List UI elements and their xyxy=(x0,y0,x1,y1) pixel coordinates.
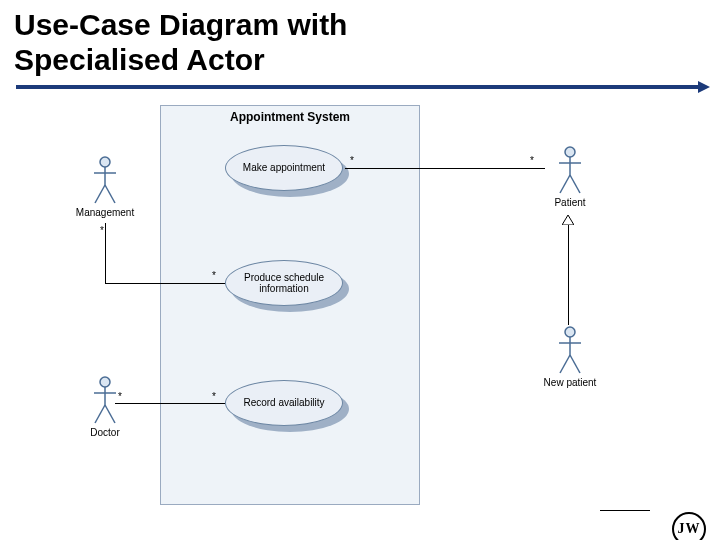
svg-line-4 xyxy=(105,185,115,203)
assoc-line xyxy=(345,168,545,169)
usecase-make-appointment: Make appointment xyxy=(225,145,355,203)
usecase-produce-schedule: Produce schedule information xyxy=(225,260,355,318)
multiplicity-star: * xyxy=(350,155,354,166)
slide-title: Use-Case Diagram with Specialised Actor xyxy=(0,0,720,79)
title-underline xyxy=(16,83,704,95)
generalisation-arrow-icon xyxy=(562,215,574,225)
actor-patient: Patient xyxy=(540,145,600,208)
svg-line-3 xyxy=(95,185,105,203)
usecase-label: Make appointment xyxy=(243,162,325,174)
usecase-label: Record availability xyxy=(243,397,324,409)
actor-doctor: Doctor xyxy=(75,375,135,438)
svg-point-5 xyxy=(100,377,110,387)
multiplicity-star: * xyxy=(212,270,216,281)
stick-figure-icon xyxy=(556,325,584,375)
svg-line-9 xyxy=(105,405,115,423)
stick-figure-icon xyxy=(556,145,584,195)
generalisation-line xyxy=(568,225,569,325)
publisher-logo: JW WILEY xyxy=(672,512,706,540)
svg-point-10 xyxy=(565,147,575,157)
actor-label: Patient xyxy=(540,197,600,208)
usecase-label: Produce schedule information xyxy=(229,272,339,295)
publisher-mark: JW xyxy=(672,512,706,540)
usecase-record-availability: Record availability xyxy=(225,380,355,438)
svg-line-18 xyxy=(560,355,570,373)
system-title: Appointment System xyxy=(161,106,419,128)
title-line-2: Specialised Actor xyxy=(14,43,265,76)
svg-point-15 xyxy=(565,327,575,337)
actor-new-patient: New patient xyxy=(540,325,600,388)
actor-label: New patient xyxy=(540,377,600,388)
stick-figure-icon xyxy=(91,155,119,205)
svg-line-14 xyxy=(570,175,580,193)
svg-line-8 xyxy=(95,405,105,423)
title-line-1: Use-Case Diagram with xyxy=(14,8,347,41)
diagram-canvas: Appointment System Make appointment Prod… xyxy=(0,95,720,540)
footer-rule xyxy=(600,510,650,511)
multiplicity-star: * xyxy=(118,391,122,402)
actor-label: Doctor xyxy=(75,427,135,438)
stick-figure-icon xyxy=(91,375,119,425)
assoc-line xyxy=(105,223,106,283)
svg-line-19 xyxy=(570,355,580,373)
assoc-line xyxy=(105,283,225,284)
svg-line-13 xyxy=(560,175,570,193)
multiplicity-star: * xyxy=(100,225,104,236)
actor-label: Management xyxy=(75,207,135,218)
svg-point-0 xyxy=(100,157,110,167)
actor-management: Management xyxy=(75,155,135,218)
multiplicity-star: * xyxy=(530,155,534,166)
assoc-line xyxy=(115,403,225,404)
svg-marker-20 xyxy=(562,215,574,225)
multiplicity-star: * xyxy=(212,391,216,402)
